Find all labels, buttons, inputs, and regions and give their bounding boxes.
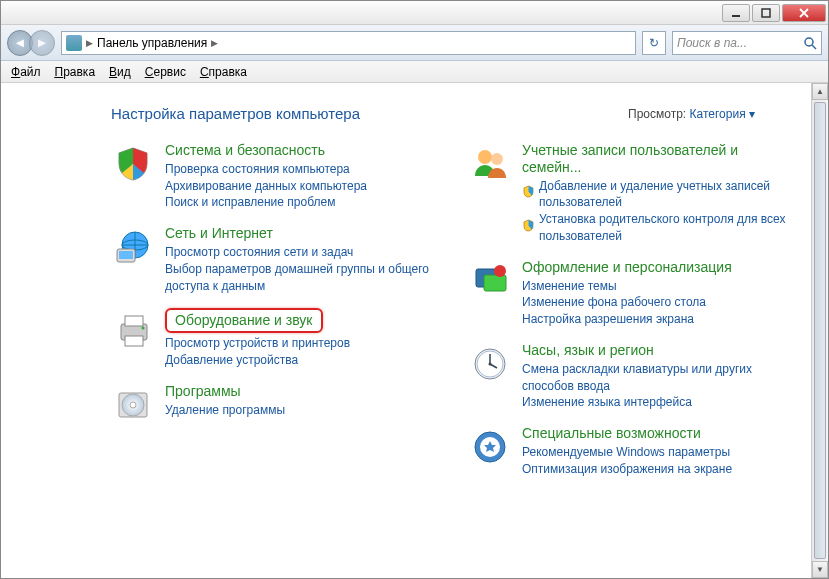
- view-control: Просмотр: Категория ▾: [628, 107, 755, 121]
- forward-button[interactable]: ►: [29, 30, 55, 56]
- svg-rect-8: [125, 316, 143, 326]
- svg-point-15: [491, 153, 503, 165]
- menu-файл[interactable]: Файл: [11, 65, 41, 79]
- category-link[interactable]: Выбор параметров домашней группы и общег…: [165, 261, 438, 295]
- minimize-button[interactable]: [722, 4, 750, 22]
- category-link[interactable]: Оптимизация изображения на экране: [522, 461, 795, 478]
- category-link[interactable]: Добавление устройства: [165, 352, 438, 369]
- category-link[interactable]: Рекомендуемые Windows параметры: [522, 444, 795, 461]
- svg-point-21: [489, 362, 492, 365]
- category-link[interactable]: Проверка состояния компьютера: [165, 161, 438, 178]
- breadcrumb-sep-icon: ▶: [211, 38, 218, 48]
- svg-rect-0: [732, 15, 740, 17]
- menu-сервис[interactable]: Сервис: [145, 65, 186, 79]
- category-printer: Оборудование и звукПросмотр устройств и …: [111, 308, 438, 368]
- svg-point-13: [130, 402, 136, 408]
- svg-point-2: [805, 38, 813, 46]
- category-link[interactable]: Удаление программы: [165, 402, 438, 419]
- category-title[interactable]: Сеть и Интернет: [165, 225, 438, 242]
- svg-rect-1: [762, 9, 770, 17]
- maximize-button[interactable]: [752, 4, 780, 22]
- menubar: ФайлПравкаВидСервисСправка: [1, 61, 828, 83]
- view-label: Просмотр:: [628, 107, 686, 121]
- category-link[interactable]: Архивирование данных компьютера: [165, 178, 438, 195]
- users-icon: [468, 142, 512, 186]
- view-dropdown[interactable]: Категория ▾: [690, 107, 755, 121]
- uac-shield-icon: [522, 185, 535, 203]
- clock-icon: [468, 342, 512, 386]
- search-placeholder: Поиск в па...: [677, 36, 747, 50]
- titlebar: [1, 1, 828, 25]
- menu-справка[interactable]: Справка: [200, 65, 247, 79]
- category-title[interactable]: Часы, язык и регион: [522, 342, 795, 359]
- scroll-down-button[interactable]: ▼: [812, 561, 828, 578]
- scroll-thumb[interactable]: [814, 102, 826, 559]
- uac-shield-icon: [522, 219, 535, 237]
- ease-icon: [468, 425, 512, 469]
- category-shield: Система и безопасностьПроверка состояния…: [111, 142, 438, 211]
- category-clock: Часы, язык и регионСмена раскладки клави…: [468, 342, 795, 411]
- category-title[interactable]: Оборудование и звук: [165, 308, 323, 333]
- category-users: Учетные записи пользователей и семейн...…: [468, 142, 795, 245]
- svg-point-10: [142, 327, 145, 330]
- category-title[interactable]: Система и безопасность: [165, 142, 438, 159]
- category-disc: ПрограммыУдаление программы: [111, 383, 438, 427]
- menu-правка[interactable]: Правка: [55, 65, 96, 79]
- menu-вид[interactable]: Вид: [109, 65, 131, 79]
- scrollbar[interactable]: ▲ ▼: [811, 83, 828, 578]
- category-link[interactable]: Настройка разрешения экрана: [522, 311, 795, 328]
- category-link[interactable]: Просмотр устройств и принтеров: [165, 335, 438, 352]
- category-title[interactable]: Оформление и персонализация: [522, 259, 795, 276]
- category-link[interactable]: Установка родительского контроля для все…: [522, 211, 795, 245]
- breadcrumb[interactable]: Панель управления: [97, 36, 207, 50]
- navbar: ◄ ► ▶ Панель управления ▶ ↻ Поиск в па..…: [1, 25, 828, 61]
- address-bar[interactable]: ▶ Панель управления ▶: [61, 31, 636, 55]
- svg-point-18: [494, 265, 506, 277]
- category-appearance: Оформление и персонализацияИзменение тем…: [468, 259, 795, 328]
- globe-icon: [111, 225, 155, 269]
- svg-rect-17: [484, 275, 506, 291]
- search-input[interactable]: Поиск в па...: [672, 31, 822, 55]
- category-link[interactable]: Изменение языка интерфейса: [522, 394, 795, 411]
- category-link[interactable]: Изменение фона рабочего стола: [522, 294, 795, 311]
- appearance-icon: [468, 259, 512, 303]
- refresh-button[interactable]: ↻: [642, 31, 666, 55]
- category-link[interactable]: Изменение темы: [522, 278, 795, 295]
- category-link[interactable]: Смена раскладки клавиатуры или других сп…: [522, 361, 795, 395]
- category-title[interactable]: Программы: [165, 383, 438, 400]
- shield-icon: [111, 142, 155, 186]
- svg-rect-6: [119, 251, 133, 259]
- svg-point-14: [478, 150, 492, 164]
- disc-icon: [111, 383, 155, 427]
- printer-icon: [111, 308, 155, 352]
- scroll-up-button[interactable]: ▲: [812, 83, 828, 100]
- control-panel-icon: [66, 35, 82, 51]
- category-title[interactable]: Учетные записи пользователей и семейн...: [522, 142, 795, 176]
- category-link[interactable]: Просмотр состояния сети и задач: [165, 244, 438, 261]
- chevron-down-icon: ▾: [749, 107, 755, 121]
- main-content: Настройка параметров компьютера Просмотр…: [1, 83, 811, 578]
- category-link[interactable]: Добавление и удаление учетных записей по…: [522, 178, 795, 212]
- category-title[interactable]: Специальные возможности: [522, 425, 795, 442]
- search-icon: [803, 36, 817, 50]
- svg-rect-9: [125, 336, 143, 346]
- category-link[interactable]: Поиск и исправление проблем: [165, 194, 438, 211]
- category-ease: Специальные возможностиРекомендуемые Win…: [468, 425, 795, 477]
- breadcrumb-sep-icon: ▶: [86, 38, 93, 48]
- close-button[interactable]: [782, 4, 826, 22]
- category-globe: Сеть и ИнтернетПросмотр состояния сети и…: [111, 225, 438, 294]
- page-title: Настройка параметров компьютера: [111, 105, 360, 122]
